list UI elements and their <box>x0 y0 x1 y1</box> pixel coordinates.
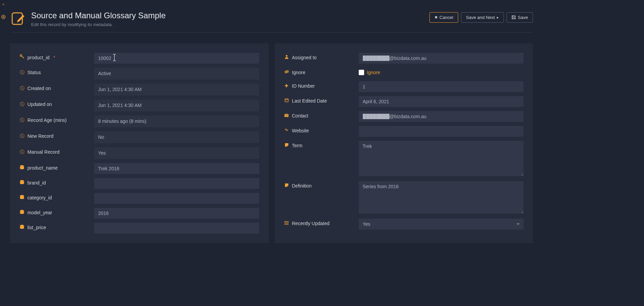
cancel-button-label: Cancel <box>440 15 453 20</box>
label-list-price: list_price <box>20 223 94 232</box>
recently-updated-select[interactable]: Yes <box>359 219 524 230</box>
sticky-note-icon <box>284 181 289 191</box>
save-button[interactable]: Save <box>507 12 533 23</box>
product-id-input[interactable] <box>94 53 259 64</box>
sticky-note-icon <box>284 141 289 150</box>
edit-page-icon <box>10 10 26 26</box>
label-last-edited: Last Edited Date <box>284 96 359 106</box>
link-icon <box>284 126 289 135</box>
left-panel: product_id * ⓘ Status Active <box>10 43 269 243</box>
updated-on-value: Jun 1, 2021 4:30 AM <box>94 100 259 111</box>
manual-record-value: Yes <box>94 147 259 159</box>
page-subtitle: Edit this record by modifying its metada… <box>31 22 166 27</box>
svg-line-6 <box>23 57 24 58</box>
cancel-button[interactable]: ✖ Cancel <box>429 12 458 23</box>
label-term: Term <box>284 141 359 150</box>
save-button-label: Save <box>518 15 528 20</box>
label-contact: Contact <box>284 111 359 121</box>
label-id-number: ✚ ID Number <box>284 81 359 91</box>
database-icon <box>20 193 24 202</box>
envelope-icon <box>284 111 289 121</box>
last-edited-input[interactable] <box>359 96 524 107</box>
info-icon: ⓘ <box>20 68 24 77</box>
chevron-right-icon: ▸ <box>497 15 499 20</box>
list-icon <box>284 219 289 228</box>
svg-point-4 <box>20 54 22 56</box>
record-age-value: 8 minutes ago (8 mins) <box>94 115 259 127</box>
close-icon: ✖ <box>435 15 438 20</box>
model-year-input[interactable] <box>94 208 259 219</box>
label-product-name: product_name <box>20 163 94 173</box>
label-category-id: category_id <box>20 193 94 202</box>
status-value: Active <box>94 68 259 80</box>
save-next-button[interactable]: Save and Next ▸ <box>461 12 504 23</box>
svg-rect-10 <box>285 99 288 102</box>
add-record-button[interactable] <box>1 15 6 20</box>
label-ignore: Ignore <box>284 68 359 77</box>
label-brand-id: brand_id <box>20 178 94 188</box>
label-model-year: model_year <box>20 208 94 217</box>
key-icon <box>20 53 24 62</box>
info-icon: ⓘ <box>20 147 24 157</box>
database-icon <box>20 178 24 188</box>
save-disk-icon <box>512 15 516 20</box>
product-name-input[interactable] <box>94 163 259 174</box>
contact-input[interactable] <box>359 111 524 122</box>
svg-point-7 <box>286 55 287 57</box>
label-record-age: ⓘ Record Age (mins) <box>20 115 94 125</box>
save-next-button-label: Save and Next <box>466 15 495 20</box>
eye-slash-icon <box>284 68 289 77</box>
website-input[interactable] <box>359 126 524 137</box>
label-created-on: ⓘ Created on <box>20 84 94 93</box>
info-icon: ⓘ <box>20 131 24 141</box>
id-number-input[interactable] <box>359 81 524 92</box>
label-website: Website <box>284 126 359 135</box>
label-definition: Definition <box>284 181 359 191</box>
ignore-checkbox-label: Ignore <box>367 68 380 77</box>
new-record-value: No <box>94 131 259 143</box>
right-panel: Assigned to Ignore Ignore <box>275 43 533 243</box>
term-textarea[interactable] <box>359 141 524 176</box>
required-marker: * <box>53 53 55 62</box>
info-icon: ⓘ <box>20 100 24 109</box>
label-product-id: product_id * <box>20 53 94 62</box>
brand-id-input[interactable] <box>94 178 259 189</box>
info-icon: ⓘ <box>20 84 24 93</box>
definition-textarea[interactable] <box>359 181 524 214</box>
calendar-icon <box>284 96 289 106</box>
plus-icon: ✚ <box>284 81 289 91</box>
page-title: Source and Manual Glossary Sample <box>31 11 166 21</box>
sidebar-rail: » <box>0 0 7 306</box>
label-recently-updated: Recently Updated <box>284 219 359 228</box>
list-price-input[interactable] <box>94 223 259 234</box>
database-icon <box>20 163 24 173</box>
label-assigned-to: Assigned to <box>284 53 359 62</box>
assigned-to-input[interactable] <box>359 53 524 64</box>
created-on-value: Jun 1, 2021 4:30 AM <box>94 84 259 95</box>
expand-sidebar-button[interactable]: » <box>1 2 6 7</box>
page-header: Source and Manual Glossary Sample Edit t… <box>10 3 533 32</box>
user-icon <box>284 53 289 62</box>
plus-circle-icon <box>1 15 5 19</box>
category-id-input[interactable] <box>94 193 259 204</box>
database-icon <box>20 223 24 232</box>
label-manual-record: ⓘ Manual Record <box>20 147 94 157</box>
info-icon: ⓘ <box>20 115 24 125</box>
label-updated-on: ⓘ Updated on <box>20 100 94 109</box>
label-new-record: ⓘ New Record <box>20 131 94 141</box>
database-icon <box>20 208 24 217</box>
label-status: ⓘ Status <box>20 68 94 77</box>
ignore-checkbox[interactable] <box>359 70 364 75</box>
